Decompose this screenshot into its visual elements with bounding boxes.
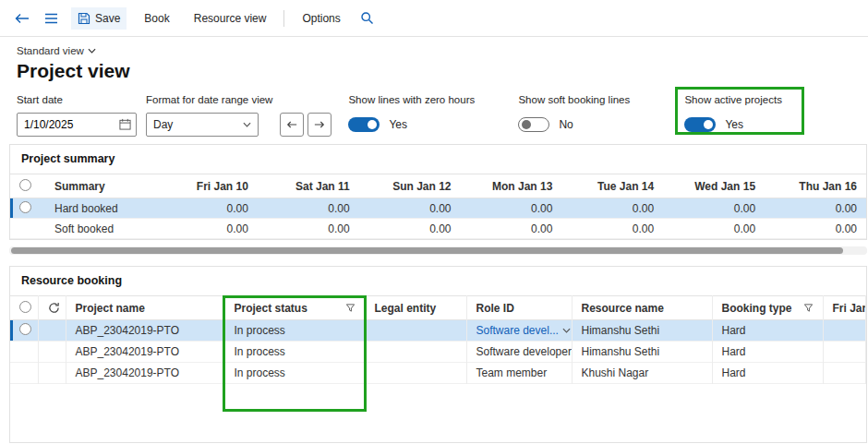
start-date-label: Start date — [17, 94, 137, 107]
back-icon[interactable] — [13, 11, 31, 26]
cell-day — [823, 342, 866, 363]
column-header-project-status[interactable]: Project status — [224, 296, 365, 320]
cell-booking-type: Hard — [712, 342, 823, 363]
resource-booking-section: Resource booking Project name Project st… — [9, 266, 867, 443]
cell-legal-entity — [365, 320, 466, 342]
date-range-format-select[interactable]: Day — [146, 113, 259, 137]
view-selector-label: Standard view — [17, 45, 84, 56]
date-range-format-label: Format for date range view — [146, 94, 272, 107]
scrollbar-thumb[interactable] — [11, 247, 843, 254]
previous-range-button[interactable] — [280, 113, 304, 137]
resource-row[interactable]: ABP_23042019-PTO In process Software dev… — [10, 320, 866, 342]
view-selector[interactable]: Standard view — [17, 44, 96, 57]
cell-project-name: ABP_23042019-PTO — [66, 363, 224, 384]
column-header-label: Project status — [235, 302, 307, 315]
summary-cell: 0.00 — [359, 198, 461, 219]
show-soft-booking-toggle[interactable] — [518, 117, 549, 132]
resource-booking-title: Resource booking — [10, 267, 866, 295]
column-header-day[interactable]: Fri Jan 10 — [823, 296, 866, 320]
column-header-day2[interactable]: Sat Jan 11 — [258, 174, 359, 198]
show-zero-hours-value: Yes — [389, 118, 407, 131]
show-zero-hours-label: Show lines with zero hours — [348, 94, 487, 107]
show-soft-booking-field: Show soft booking lines No — [518, 94, 647, 133]
refresh-icon[interactable] — [48, 302, 56, 314]
project-summary-title: Project summary — [10, 145, 866, 174]
start-date-field: Start date — [17, 94, 137, 137]
filter-icon[interactable] — [803, 303, 814, 313]
filter-bar: Start date Format for date range view Da… — [17, 94, 868, 137]
top-toolbar: Save Book Resource view Options — [0, 0, 868, 37]
cell-day — [823, 320, 866, 342]
calendar-icon[interactable] — [119, 118, 131, 130]
show-active-projects-label: Show active projects — [684, 94, 788, 107]
hamburger-menu-icon[interactable] — [42, 11, 60, 26]
summary-cell: 0.00 — [663, 198, 765, 219]
column-header-day6[interactable]: Wed Jan 15 — [663, 174, 765, 198]
cell-legal-entity — [365, 363, 466, 384]
date-range-format-value: Day — [153, 118, 173, 131]
summary-row-label: Hard booked — [45, 198, 156, 219]
summary-row-hard-booked[interactable]: Hard booked 0.00 0.00 0.00 0.00 0.00 0.0… — [10, 198, 866, 219]
search-icon[interactable] — [358, 9, 376, 27]
summary-row-soft-booked[interactable]: Soft booked 0.00 0.00 0.00 0.00 0.00 0.0… — [10, 219, 866, 239]
summary-cell: 0.00 — [561, 219, 663, 239]
summary-header-row: Summary Fri Jan 10 Sat Jan 11 Sun Jan 12… — [10, 174, 866, 198]
select-all-radio[interactable] — [19, 301, 31, 313]
column-header-day7[interactable]: Thu Jan 16 — [765, 174, 866, 198]
column-header-project-name[interactable]: Project name — [66, 296, 224, 320]
horizontal-scrollbar[interactable] — [9, 246, 867, 255]
show-soft-booking-value: No — [559, 118, 573, 131]
column-header-legal-entity[interactable]: Legal entity — [365, 296, 466, 320]
cell-project-status: In process — [224, 342, 365, 363]
show-active-projects-toggle[interactable] — [684, 117, 716, 132]
column-header-role-id[interactable]: Role ID — [466, 296, 572, 320]
project-summary-table: Summary Fri Jan 10 Sat Jan 11 Sun Jan 12… — [10, 174, 866, 239]
select-all-cell[interactable] — [10, 174, 45, 198]
column-header-day3[interactable]: Sun Jan 12 — [359, 174, 461, 198]
show-zero-hours-toggle[interactable] — [348, 117, 380, 132]
cell-resource-name: Khushi Nagar — [572, 363, 712, 384]
chevron-down-icon — [88, 48, 96, 54]
row-select-radio[interactable] — [19, 201, 31, 213]
summary-cell: 0.00 — [461, 219, 562, 239]
cell-role-id[interactable]: Software devel... — [466, 320, 572, 342]
chevron-down-icon[interactable] — [562, 328, 571, 333]
summary-cell: 0.00 — [258, 198, 359, 219]
cell-role-id: Software developer — [466, 342, 572, 363]
role-id-link[interactable]: Software devel... — [476, 324, 559, 337]
date-range-nav — [280, 113, 332, 137]
column-header-summary[interactable]: Summary — [45, 174, 156, 198]
select-all-cell[interactable] — [10, 296, 38, 320]
save-button[interactable]: Save — [71, 7, 127, 30]
date-range-format-field: Format for date range view Day — [146, 94, 272, 137]
summary-cell: 0.00 — [156, 219, 258, 239]
chevron-down-icon — [243, 122, 251, 127]
summary-cell: 0.00 — [765, 198, 866, 219]
refresh-cell[interactable] — [38, 296, 66, 320]
resource-view-button[interactable]: Resource view — [187, 7, 273, 30]
select-all-radio[interactable] — [19, 179, 31, 191]
resource-row[interactable]: ABP_23042019-PTO In process Team member … — [10, 363, 866, 384]
summary-row-label: Soft booked — [45, 219, 156, 239]
column-header-day1[interactable]: Fri Jan 10 — [156, 174, 258, 198]
cell-booking-type: Hard — [712, 320, 823, 342]
column-header-booking-type[interactable]: Booking type — [712, 296, 823, 320]
cell-day — [823, 363, 866, 384]
options-button[interactable]: Options — [295, 7, 346, 30]
summary-cell: 0.00 — [765, 219, 866, 239]
column-header-label: Booking type — [722, 302, 792, 315]
summary-cell: 0.00 — [258, 219, 359, 239]
column-header-day5[interactable]: Tue Jan 14 — [561, 174, 663, 198]
summary-cell: 0.00 — [461, 198, 562, 219]
cell-project-status: In process — [224, 320, 365, 342]
show-zero-hours-field: Show lines with zero hours Yes — [348, 94, 487, 133]
column-header-day4[interactable]: Mon Jan 13 — [461, 174, 562, 198]
filter-icon[interactable] — [345, 303, 356, 313]
cell-project-name: ABP_23042019-PTO — [66, 320, 224, 342]
resource-row[interactable]: ABP_23042019-PTO In process Software dev… — [10, 342, 866, 363]
book-button[interactable]: Book — [138, 7, 175, 30]
row-select-radio[interactable] — [19, 323, 31, 335]
show-active-projects-value: Yes — [725, 118, 743, 131]
next-range-button[interactable] — [307, 113, 332, 137]
column-header-resource-name[interactable]: Resource name — [572, 296, 712, 320]
